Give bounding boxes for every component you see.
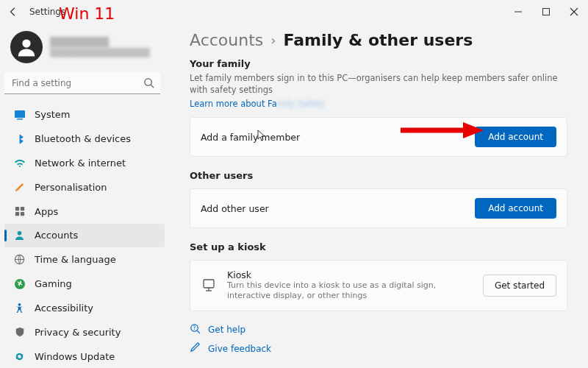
sidebar-item-label: Windows Update — [35, 351, 115, 362]
profile-text: ████████ ████████████████ — [50, 37, 149, 57]
get-help-link[interactable]: ? Get help — [190, 323, 567, 336]
sidebar-item-label: Bluetooth & devices — [35, 133, 131, 144]
your-family-description: Let family members sign in to this PC—or… — [190, 72, 567, 96]
sidebar-item-label: Apps — [35, 206, 58, 217]
sidebar-nav: System Bluetooth & devices Network & int… — [4, 103, 165, 368]
shield-icon — [13, 326, 26, 339]
add-other-user-card: Add other user Add account — [190, 188, 567, 228]
sidebar-item-accessibility[interactable]: Accessibility — [4, 297, 165, 320]
svg-rect-15 — [204, 280, 214, 288]
sidebar-item-time-language[interactable]: Time & language — [4, 248, 165, 272]
svg-line-4 — [151, 85, 154, 88]
kiosk-icon — [201, 277, 217, 294]
svg-point-3 — [145, 79, 151, 85]
accessibility-icon — [13, 302, 26, 314]
sidebar-item-personalisation[interactable]: Personalisation — [4, 175, 165, 199]
sidebar-item-label: Gaming — [35, 278, 72, 289]
chevron-right-icon: › — [270, 32, 276, 48]
feedback-icon — [190, 342, 201, 355]
add-other-account-button[interactable]: Add account — [475, 198, 556, 219]
back-button[interactable] — [7, 6, 19, 18]
svg-text:?: ? — [193, 325, 196, 331]
profile-email: ████████████████ — [50, 48, 149, 57]
svg-point-11 — [18, 231, 22, 236]
search-icon — [143, 77, 154, 91]
breadcrumb-current: Family & other users — [284, 31, 473, 49]
globe-icon — [13, 253, 26, 266]
sidebar-item-apps[interactable]: Apps — [4, 199, 165, 223]
window-controls — [504, 0, 588, 24]
wifi-icon — [13, 157, 26, 169]
other-users-heading: Other users — [190, 170, 567, 181]
svg-rect-7 — [15, 207, 18, 210]
svg-line-19 — [197, 330, 200, 333]
profile-name: ████████ — [50, 37, 149, 48]
sidebar-item-windows-update[interactable]: Windows Update — [4, 344, 165, 368]
add-other-user-label: Add other user — [201, 203, 269, 214]
kiosk-get-started-button[interactable]: Get started — [483, 275, 556, 297]
sidebar-item-network[interactable]: Network & internet — [4, 152, 165, 175]
system-icon — [13, 108, 26, 121]
sidebar: ████████ ████████████████ System Bluetoo… — [0, 24, 169, 368]
add-family-account-button[interactable]: Add account — [475, 127, 556, 147]
kiosk-title: Kiosk — [227, 269, 473, 280]
add-family-member-label: Add a family member — [201, 132, 300, 143]
learn-more-link[interactable]: Learn more about Family Safety — [190, 99, 325, 109]
paintbrush-icon — [13, 181, 26, 194]
update-icon — [13, 350, 26, 363]
search-input[interactable] — [4, 72, 160, 94]
svg-rect-9 — [15, 212, 18, 216]
sidebar-item-privacy[interactable]: Privacy & security — [4, 320, 165, 344]
add-family-member-card: Add a family member Add account — [190, 117, 567, 157]
svg-rect-6 — [17, 118, 23, 120]
svg-rect-1 — [543, 9, 550, 15]
sidebar-item-accounts[interactable]: Accounts — [4, 224, 165, 247]
sidebar-item-label: Accessibility — [35, 302, 93, 314]
sidebar-item-gaming[interactable]: Gaming — [4, 272, 165, 296]
main-content: Accounts › Family & other users Your fam… — [169, 24, 588, 368]
svg-rect-8 — [20, 207, 24, 210]
person-icon — [13, 229, 26, 241]
breadcrumb-parent[interactable]: Accounts — [190, 31, 263, 49]
help-links: ? Get help Give feedback — [190, 323, 567, 355]
breadcrumb: Accounts › Family & other users — [190, 31, 567, 49]
search-box — [4, 72, 160, 94]
sidebar-item-label: Time & language — [35, 254, 116, 265]
profile-block[interactable]: ████████ ████████████████ — [4, 26, 165, 71]
avatar — [10, 31, 43, 63]
svg-point-14 — [18, 303, 21, 306]
give-feedback-label: Give feedback — [208, 344, 271, 354]
get-help-label: Get help — [208, 325, 245, 335]
kiosk-heading: Set up a kiosk — [190, 241, 567, 252]
sidebar-item-label: Personalisation — [35, 182, 107, 193]
close-button[interactable] — [560, 0, 588, 24]
kiosk-description: Turn this device into a kiosk to use as … — [227, 280, 473, 302]
gaming-icon — [13, 277, 26, 290]
svg-point-2 — [22, 39, 30, 47]
sidebar-item-bluetooth[interactable]: Bluetooth & devices — [4, 127, 165, 151]
minimize-button[interactable] — [504, 0, 532, 24]
maximize-button[interactable] — [532, 0, 560, 24]
apps-icon — [13, 205, 26, 218]
help-icon: ? — [190, 323, 201, 336]
svg-rect-5 — [15, 110, 25, 118]
sidebar-item-label: Accounts — [35, 230, 78, 241]
sidebar-item-label: Network & internet — [35, 158, 126, 169]
your-family-heading: Your family — [190, 58, 567, 69]
annotation-label: Win 11 — [59, 4, 115, 23]
kiosk-card: Kiosk Turn this device into a kiosk to u… — [190, 260, 567, 311]
sidebar-item-label: Privacy & security — [35, 327, 121, 338]
bluetooth-icon — [13, 132, 26, 145]
give-feedback-link[interactable]: Give feedback — [190, 342, 567, 355]
svg-rect-10 — [20, 212, 24, 216]
sidebar-item-system[interactable]: System — [4, 103, 165, 127]
sidebar-item-label: System — [35, 109, 70, 120]
